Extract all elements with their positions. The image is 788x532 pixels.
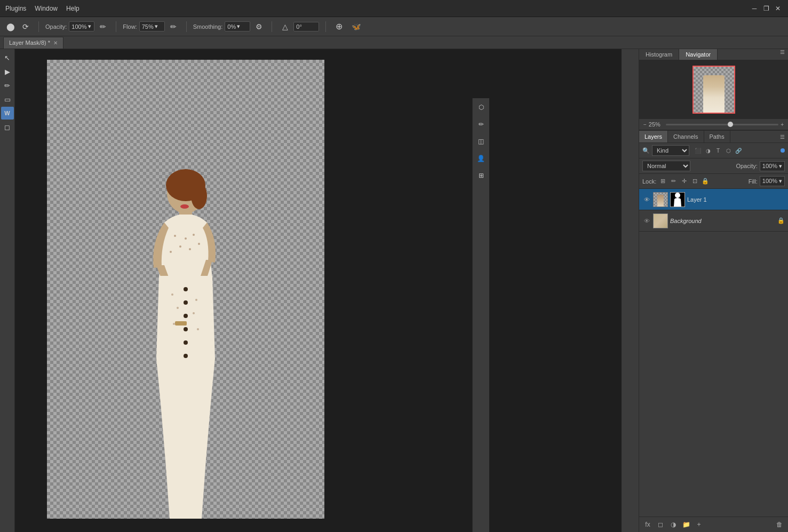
opacity-value[interactable]: 100% ▾ bbox=[760, 161, 785, 171]
paths-tab[interactable]: Paths bbox=[704, 131, 730, 142]
layers-tab[interactable]: Layers bbox=[639, 131, 668, 142]
zoom-slider-thumb bbox=[728, 122, 733, 127]
opacity-pen-icon[interactable]: ✏ bbox=[97, 20, 109, 33]
background-thumbnail bbox=[653, 213, 668, 228]
new-layer-button[interactable]: + bbox=[694, 519, 704, 530]
right-tool-brush2[interactable]: ✏ bbox=[474, 117, 488, 131]
brush-preset-picker[interactable]: ⬤ bbox=[4, 20, 17, 33]
title-bar-controls: ─ ❐ ✕ bbox=[750, 4, 783, 13]
filter-kind-select[interactable]: Kind bbox=[652, 145, 689, 156]
zoom-in-button[interactable]: + bbox=[781, 122, 784, 128]
butterfly-icon[interactable]: 🦋 bbox=[349, 20, 362, 33]
layers-list: 👁 bbox=[639, 189, 788, 517]
separator-4 bbox=[272, 21, 272, 32]
blend-mode-row: Normal Opacity: 100% ▾ bbox=[639, 158, 788, 174]
angle-icon[interactable]: △ bbox=[278, 20, 291, 33]
right-tool-3d[interactable]: ⬡ bbox=[474, 100, 488, 114]
layer-item-1[interactable]: 👁 bbox=[639, 189, 788, 210]
tool-move[interactable]: ↖ bbox=[1, 51, 14, 64]
svg-point-9 bbox=[170, 251, 172, 253]
right-tool-mix[interactable]: ◫ bbox=[474, 134, 488, 148]
opacity-input[interactable]: 100% ▾ bbox=[69, 21, 94, 31]
layers-menu-icon[interactable]: ☰ bbox=[777, 134, 788, 140]
add-mask-button[interactable]: ◻ bbox=[655, 519, 666, 530]
layers-section: Layers Channels Paths ☰ 🔍 Kind ⬛ ◑ T ⬡ 🔗 bbox=[639, 131, 788, 532]
smoothing-settings[interactable]: ⚙ bbox=[252, 20, 265, 33]
svg-point-14 bbox=[184, 327, 188, 331]
filter-type-icon[interactable]: T bbox=[714, 146, 722, 155]
fill-value[interactable]: 100% ▾ bbox=[760, 176, 785, 186]
angle-input[interactable]: 0° bbox=[293, 22, 319, 31]
flow-input[interactable]: 75% ▾ bbox=[139, 21, 165, 31]
smoothing-input[interactable]: 0% ▾ bbox=[225, 21, 250, 31]
channels-tab[interactable]: Channels bbox=[668, 131, 704, 142]
tool-brush[interactable]: ✏ bbox=[1, 79, 14, 92]
svg-point-10 bbox=[198, 243, 200, 245]
navigator-tab[interactable]: Navigator bbox=[679, 49, 718, 60]
svg-point-22 bbox=[197, 328, 199, 330]
title-bar: Plugins Window Help ─ ❐ ✕ bbox=[0, 0, 788, 17]
layers-actions: fx ◻ ◑ 📁 + 🗑 bbox=[639, 517, 788, 532]
filter-smart-icon[interactable]: 🔗 bbox=[734, 146, 743, 155]
lock-artboard-icon[interactable]: ⊡ bbox=[690, 177, 699, 186]
right-tool-layers2[interactable]: ⊞ bbox=[474, 169, 488, 182]
tab-close[interactable]: ✕ bbox=[53, 40, 58, 46]
tool-w[interactable]: W bbox=[1, 107, 14, 120]
target-icon[interactable]: ⊕ bbox=[332, 20, 345, 33]
add-fx-button[interactable]: fx bbox=[642, 519, 653, 530]
canvas-figure bbox=[111, 145, 260, 519]
zoom-slider[interactable] bbox=[666, 124, 778, 125]
flow-pen-icon[interactable]: ✏ bbox=[167, 20, 180, 33]
lock-row: Lock: ⊞ ✏ ✛ ⊡ 🔒 Fill: 100% ▾ bbox=[639, 174, 788, 189]
delete-layer-button[interactable]: 🗑 bbox=[774, 519, 785, 530]
svg-point-11 bbox=[184, 287, 188, 291]
lock-transparency-icon[interactable]: ⊞ bbox=[658, 177, 667, 186]
svg-point-21 bbox=[173, 323, 175, 325]
close-button[interactable]: ✕ bbox=[773, 4, 783, 13]
layer-1-name: Layer 1 bbox=[687, 196, 785, 203]
layer-1-visibility-toggle[interactable]: 👁 bbox=[642, 195, 651, 204]
smoothing-label: Smoothing: bbox=[193, 23, 223, 30]
minimize-button[interactable]: ─ bbox=[750, 4, 759, 13]
tool-play[interactable]: ▶ bbox=[1, 65, 14, 78]
document-tab[interactable]: Layer Mask/8) * ✕ bbox=[3, 37, 63, 49]
tool-gradient[interactable]: ▭ bbox=[1, 93, 14, 106]
navigator-zoom-bar: − 25% + bbox=[639, 119, 788, 130]
filter-shape-icon[interactable]: ⬡ bbox=[724, 146, 733, 155]
right-panel: Histogram Navigator ☰ − 25% + bbox=[639, 49, 788, 532]
new-group-button[interactable]: 📁 bbox=[681, 519, 691, 530]
maximize-button[interactable]: ❐ bbox=[761, 4, 771, 13]
navigator-panel: Histogram Navigator ☰ − 25% + bbox=[639, 49, 788, 131]
right-tool-person[interactable]: 👤 bbox=[474, 152, 488, 165]
layer-item-background[interactable]: 👁 Background 🔒 bbox=[639, 210, 788, 232]
zoom-out-button[interactable]: − bbox=[643, 122, 647, 128]
title-bar-menu: Plugins Window Help bbox=[5, 5, 79, 12]
tool-shape[interactable]: ◻ bbox=[1, 121, 14, 133]
flow-group: Flow: 75% ▾ ✏ bbox=[123, 20, 179, 33]
svg-point-19 bbox=[195, 299, 197, 301]
lock-paint-icon[interactable]: ✏ bbox=[669, 177, 678, 186]
blend-mode-select[interactable]: Normal bbox=[642, 161, 690, 171]
new-adjustment-button[interactable]: ◑ bbox=[668, 519, 679, 530]
menu-window[interactable]: Window bbox=[35, 5, 58, 12]
svg-point-18 bbox=[177, 307, 179, 309]
svg-point-16 bbox=[184, 354, 188, 358]
right-tools-strip: ⬡ ✏ ◫ 👤 ⊞ bbox=[472, 98, 489, 532]
filter-adjust-icon[interactable]: ◑ bbox=[704, 146, 712, 155]
menu-plugins[interactable]: Plugins bbox=[5, 5, 26, 12]
menu-help[interactable]: Help bbox=[66, 5, 79, 12]
navigator-preview bbox=[639, 60, 788, 119]
background-visibility-toggle[interactable]: 👁 bbox=[642, 217, 651, 225]
angle-group: △ 0° bbox=[278, 20, 319, 33]
nav-woman-figure bbox=[703, 75, 725, 113]
histogram-tab[interactable]: Histogram bbox=[639, 49, 679, 60]
filter-pixel-icon[interactable]: ⬛ bbox=[694, 146, 702, 155]
canvas-container bbox=[47, 60, 324, 519]
filter-type-icons: ⬛ ◑ T ⬡ 🔗 bbox=[694, 146, 743, 155]
tab-name: Layer Mask/8) * bbox=[9, 39, 50, 46]
svg-point-20 bbox=[193, 312, 195, 314]
panel-menu-icon[interactable]: ☰ bbox=[777, 49, 788, 60]
lock-all-icon[interactable]: 🔒 bbox=[701, 177, 710, 186]
lock-move-icon[interactable]: ✛ bbox=[680, 177, 688, 186]
brush-settings[interactable]: ⟳ bbox=[19, 20, 32, 33]
